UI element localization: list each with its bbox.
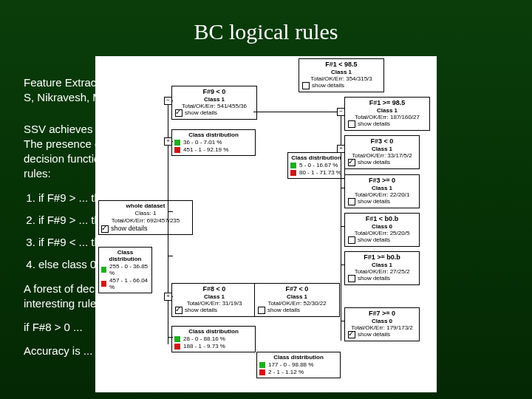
dist-title: Class distribution [101, 249, 149, 262]
tree-node: F#7 < 0 Class 1 Total/OK/Err: 52/30/22 s… [254, 283, 340, 317]
label: show details [358, 159, 390, 166]
node-stats: Total/OK/Err: 541/455/36 [175, 103, 253, 109]
checkbox-icon[interactable] [101, 225, 109, 233]
dist-row: 2 - 1 - 1.12 % [268, 369, 304, 375]
expand-icon[interactable]: + [164, 137, 172, 146]
node-stats: Total/OK/Err: 33/17/5/2 [348, 152, 416, 159]
label: show details [185, 109, 217, 116]
label: show details [358, 331, 390, 338]
node-header: F#8 < 0 [175, 285, 253, 293]
connector-line [341, 188, 345, 188]
checkbox-icon[interactable] [348, 275, 355, 282]
tree-node: F#1 < b0.b Class 0 Total/OK/Err: 25/20/5… [344, 213, 420, 247]
checkbox-icon[interactable] [175, 307, 183, 314]
text: interesting rule: [24, 297, 100, 310]
tree-node: F#3 >= 0 Class 1 Total/OK/Err: 22/20/1 s… [344, 174, 420, 208]
node-header: F#1 >= 98.5 [348, 99, 426, 106]
decision-tree-diagram: F#1 < 98.5 Class 1 Total/OK/Err: 354/315… [95, 56, 437, 392]
label: show details [267, 307, 300, 313]
expand-icon[interactable]: − [164, 97, 172, 105]
dist-title: Class distribution [174, 132, 253, 138]
color-swatch [174, 147, 180, 153]
node-class: Class 1 [348, 185, 416, 191]
checkbox-icon[interactable] [258, 307, 265, 314]
color-swatch [174, 336, 180, 342]
checkbox-icon[interactable] [348, 331, 355, 338]
connector-line [341, 321, 345, 321]
color-swatch [101, 281, 106, 287]
expand-icon[interactable]: + [164, 293, 172, 301]
node-class: Class 1 [302, 69, 381, 75]
color-swatch [174, 344, 180, 349]
checkbox-icon[interactable] [348, 120, 355, 128]
node-header: F#1 >= b0.b [348, 253, 416, 261]
dist-row: 80 - 1 - 71.73 % [299, 169, 341, 176]
dist-class: Class: 1 [101, 210, 190, 216]
node-stats: Total/OK/Err: 52/30/22 [258, 300, 336, 307]
connector-line [168, 211, 173, 212]
dist-row: 28 - 0 - 88.16 % [183, 335, 225, 342]
dist-title: Class distribution [174, 328, 253, 335]
expand-icon[interactable]: + [337, 145, 345, 153]
checkbox-icon[interactable] [348, 198, 355, 205]
expand-icon[interactable]: − [337, 108, 345, 116]
tree-node: F#8 < 0 Class 1 Total/OK/Err: 31/19/3 sh… [171, 283, 257, 317]
dist-row: 5 - 0 - 16.67 % [299, 162, 338, 168]
connector-line [253, 112, 341, 112]
node-header: F#3 < 0 [348, 137, 416, 145]
tree-node: F#7 >= 0 Class 0 Total/OK/Err: 179/173/2… [344, 307, 420, 341]
node-class: Class 1 [348, 107, 426, 114]
connector-line [341, 265, 345, 265]
checkbox-icon[interactable] [348, 236, 355, 244]
tree-node: F#3 < 0 Class 1 Total/OK/Err: 33/17/5/2 … [344, 135, 420, 169]
color-swatch [290, 163, 296, 168]
label: show details [185, 307, 217, 313]
checkbox-icon[interactable] [302, 82, 310, 89]
connector-line [341, 226, 345, 227]
color-swatch [101, 267, 106, 273]
label: show details [358, 236, 390, 243]
node-stats: Total/OK/Err: 22/20/1 [348, 191, 416, 198]
node-stats: Total/OK/Err: 31/19/3 [175, 300, 253, 307]
node-class: Class 0 [348, 223, 416, 230]
dist-stats: Total/OK/Err: 692/457/235 [101, 217, 190, 224]
node-header: F#1 < 98.5 [302, 61, 381, 68]
node-header: F#1 < b0.b [348, 215, 416, 222]
dist-row: 457 - 1 - 66.04 % [109, 277, 149, 290]
node-class: Class 1 [258, 293, 336, 300]
class-distribution: Class distribution 28 - 0 - 88.16 % 188 … [171, 326, 256, 352]
color-swatch [290, 170, 296, 176]
node-stats: Total/OK/Err: 27/25/2 [348, 268, 416, 275]
dist-row: 177 - 0 - 98.88 % [268, 361, 313, 368]
node-stats: Total/OK/Err: 187/160/27 [348, 114, 426, 120]
dist-row: 451 - 1 - 92.19 % [183, 146, 228, 153]
tree-node: F#9 < 0 Class 1 Total/OK/Err: 541/455/36… [171, 86, 257, 120]
class-distribution: Class distribution 177 - 0 - 98.88 % 2 -… [256, 352, 341, 378]
node-header: F#7 < 0 [258, 285, 336, 293]
text: rules: [24, 167, 51, 180]
class-distribution: whole dataset Class: 1 Total/OK/Err: 692… [98, 200, 193, 235]
connector-line [168, 337, 173, 338]
tree-node: F#1 >= b0.b Class 1 Total/OK/Err: 27/25/… [344, 251, 420, 285]
dist-row: 188 - 1 - 9.73 % [183, 343, 225, 349]
class-distribution: Class distribution 36 - 0 - 7.01 % 451 -… [171, 129, 256, 156]
class-distribution: Class distribution 5 - 0 - 16.67 % 80 - … [287, 152, 345, 179]
tree-node: F#1 < 98.5 Class 1 Total/OK/Err: 354/315… [299, 58, 384, 92]
color-swatch [259, 362, 265, 368]
node-class: Class 0 [348, 318, 416, 324]
checkbox-icon[interactable] [175, 109, 183, 117]
dist-title: Class distribution [259, 354, 338, 361]
label: show details [312, 82, 344, 89]
node-stats: Total/OK/Err: 25/20/5 [348, 230, 416, 236]
dist-title: Class distribution [290, 154, 342, 161]
node-class: Class 1 [175, 293, 253, 300]
color-swatch [174, 140, 180, 146]
node-header: F#9 < 0 [175, 88, 253, 95]
node-stats: Total/OK/Err: 179/173/2 [348, 324, 416, 331]
label: show details [358, 198, 390, 205]
node-stats: Total/OK/Err: 354/315/3 [302, 75, 381, 82]
dist-title: whole dataset [101, 202, 190, 209]
color-swatch [259, 369, 265, 375]
connector-line [168, 256, 173, 256]
checkbox-icon[interactable] [348, 159, 355, 166]
